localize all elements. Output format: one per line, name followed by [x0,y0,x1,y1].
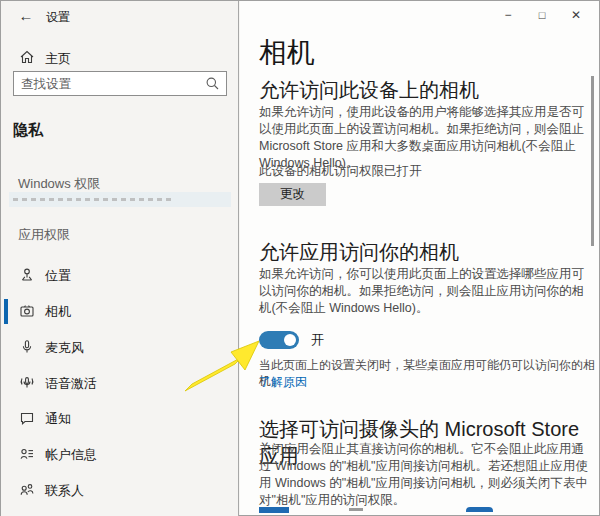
content-pane: − □ ✕ 相机 允许访问此设备上的相机 如果允许访问，使用此设备的用户将能够选… [240,1,599,515]
sidebar-category-app-permissions: 应用权限 [18,226,70,244]
selected-accent-bar [4,299,8,324]
sidebar-item-label: 主页 [45,50,71,68]
settings-window: ← 设置 主页 隐私 Windows 权限 应用权限 [0,0,600,516]
change-button[interactable]: 更改 [259,183,326,206]
section-heading-app-access: 允许应用访问你的相机 [259,239,459,266]
location-icon [19,267,35,283]
title-bar: ← 设置 [1,1,238,31]
sidebar-item-microphone[interactable]: 麦克风 [1,330,239,364]
section-heading-device-access: 允许访问此设备上的相机 [259,77,479,104]
maximize-button[interactable]: □ [525,1,559,29]
voice-activation-icon [19,375,35,391]
scrollbar-thumb[interactable] [591,76,594,246]
search-icon[interactable] [205,76,220,91]
search-input[interactable] [21,72,201,95]
sidebar-item-label: 通知 [45,410,71,428]
minimize-button[interactable]: − [491,1,525,29]
sidebar-item-notifications[interactable]: 通知 [1,401,239,435]
device-access-status: 此设备的相机访问权限已打开 [259,163,422,180]
close-button[interactable]: ✕ [559,1,593,29]
toggle-knob [284,334,296,346]
toggle-state-label: 开 [311,331,324,349]
microphone-icon [19,339,35,355]
learn-why-link[interactable]: 了解原因 [259,374,307,391]
sidebar-item-voice-activation[interactable]: 语音激活 [1,366,239,400]
window-controls: − □ ✕ [491,1,593,31]
window-title: 设置 [46,9,70,26]
sidebar-item-label: 帐户信息 [45,446,97,464]
section-body-store-apps: 关闭应用会阻止其直接访问你的相机。它不会阻止此应用通过 Windows 的"相机… [259,441,595,509]
section-body-device-access: 如果允许访问，使用此设备的用户将能够选择其应用是否可以使用此页面上的设置访问相机… [259,104,595,172]
sidebar-item-contacts[interactable]: 联系人 [1,473,239,507]
sidebar-item-label: 相机 [45,303,71,321]
camera-icon [19,303,35,319]
faded-sidebar-item-artifact [9,192,231,207]
sidebar-item-home[interactable]: 主页 [1,45,239,71]
sidebar-item-location[interactable]: 位置 [1,258,239,292]
home-icon [19,49,35,65]
sidebar-item-camera[interactable]: 相机 [1,294,239,328]
partial-app-tile [259,507,289,513]
app-camera-toggle-row: 开 [259,330,324,350]
account-info-icon [19,446,35,462]
sidebar-item-label: 语音激活 [45,375,97,393]
contacts-icon [19,482,35,498]
sidebar-item-label: 麦克风 [45,339,84,357]
back-arrow-icon[interactable]: ← [15,6,37,26]
sidebar: ← 设置 主页 隐私 Windows 权限 应用权限 [1,1,239,516]
artifact-dashes [13,198,173,201]
search-box [13,71,227,96]
sidebar-item-label: 位置 [45,267,71,285]
sidebar-item-account-info[interactable]: 帐户信息 [1,437,239,471]
desktop-apps-caption: 当此页面上的设置关闭时，某些桌面应用可能仍可以访问你的相机。 [259,357,595,389]
page-title: 相机 [259,34,315,72]
section-body-app-access: 如果允许访问，你可以使用此页面上的设置选择哪些应用可以访问你的相机。如果拒绝访问… [259,266,595,317]
partial-app-artifact [349,508,363,511]
partial-app-toggle [466,507,493,512]
sidebar-section-privacy: 隐私 [13,121,43,140]
sidebar-item-label: 联系人 [45,482,84,500]
notifications-icon [19,410,35,426]
app-camera-access-toggle[interactable] [259,331,299,349]
sidebar-category-windows-permissions: Windows 权限 [18,175,100,193]
